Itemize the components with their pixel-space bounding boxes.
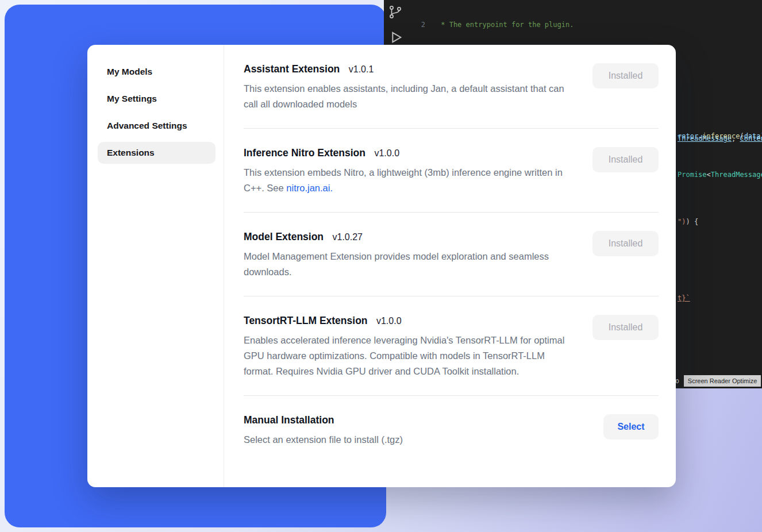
code-fragment: Promise<ThreadMessage> [678,170,762,179]
screen-reader-notice[interactable]: Screen Reader Optimize [684,375,761,387]
code-fragment: ")) { [678,217,698,226]
extension-heading: Model Extension v1.0.27 [244,231,574,243]
code-token: * The entrypoint for the plugin. [437,21,574,29]
nitro-jan-ai-link[interactable]: nitro.jan.ai. [286,183,333,193]
extension-heading: TensortRT-LLM Extension v1.0.0 [244,315,574,327]
extension-version: v1.0.1 [349,64,374,74]
code-token: ) { [686,218,698,226]
code-fragment: t}` [678,294,690,303]
extensions-panel: Assistant Extension v1.0.1 This extensio… [224,45,676,487]
sidebar-item-my-settings[interactable]: My Settings [98,88,215,110]
extension-row: TensortRT-LLM Extension v1.0.0 Enables a… [244,296,659,395]
extension-description: This extension enables assistants, inclu… [244,81,574,112]
extension-description: This extension embeds Nitro, a lightweig… [244,165,574,196]
code-token: inference [702,132,740,140]
editor-status-row: go Screen Reader Optimize [671,373,761,388]
run-debug-icon[interactable] [387,29,404,46]
code-token: Promise [678,171,707,179]
extension-info: Assistant Extension v1.0.1 This extensio… [244,63,574,112]
installed-button[interactable]: Installed [592,231,659,256]
extension-title: Inference Nitro Extension [244,147,365,159]
extension-title: Model Extension [244,231,324,242]
extension-row: Model Extension v1.0.27 Model Management… [244,213,659,296]
code-token: rator [678,132,698,140]
extension-heading: Assistant Extension v1.0.1 [244,63,574,75]
desktop: 2 * The entrypoint for the plugin. 3 */ … [0,0,762,532]
extension-version: v1.0.27 [333,232,363,242]
code-token: < [707,171,711,179]
code-text: * The entrypoint for the plugin. [437,20,574,30]
extension-version: v1.0.0 [376,316,402,326]
sidebar-item-my-models[interactable]: My Models [98,61,215,83]
installed-button[interactable]: Installed [592,63,659,88]
select-file-button[interactable]: Select [603,414,659,440]
code-token: t}` [678,294,690,302]
sidebar-item-extensions[interactable]: Extensions [98,142,215,164]
manual-installation-row: Manual Installation Select an extension … [244,396,659,464]
extension-info: Inference Nitro Extension v1.0.0 This ex… [244,147,574,196]
source-control-icon[interactable] [387,3,404,21]
extension-title: Assistant Extension [244,63,340,75]
manual-installation-title: Manual Installation [244,414,334,426]
settings-modal: My Models My Settings Advanced Settings … [87,45,676,487]
extension-info: Model Extension v1.0.27 Model Management… [244,231,574,280]
code-token: data [744,132,761,140]
extension-description: Model Management Extension provides mode… [244,249,574,280]
extension-row: Assistant Extension v1.0.1 This extensio… [244,45,659,128]
line-number: 2 [408,20,437,30]
code-fragment: rator.inference(data)); [678,132,762,141]
extension-info: TensortRT-LLM Extension v1.0.0 Enables a… [244,315,574,379]
extension-version: v1.0.0 [374,148,399,158]
code-token: ") [678,218,686,226]
installed-button[interactable]: Installed [592,315,659,340]
extension-heading: Manual Installation [244,414,403,426]
extension-description: Enables accelerated inference leveraging… [244,333,574,379]
installed-button[interactable]: Installed [592,147,659,172]
extension-info: Manual Installation Select an extension … [244,414,403,448]
extension-row: Inference Nitro Extension v1.0.0 This ex… [244,129,659,212]
code-line: 2 * The entrypoint for the plugin. [408,20,762,30]
manual-installation-description: Select an extension file to install (.tg… [244,432,403,448]
sidebar-item-advanced-settings[interactable]: Advanced Settings [98,115,215,137]
extension-title: TensortRT-LLM Extension [244,315,368,326]
extension-heading: Inference Nitro Extension v1.0.0 [244,147,574,159]
settings-sidebar: My Models My Settings Advanced Settings … [87,45,224,487]
code-token: ( [740,132,744,140]
code-token: ThreadMessage [711,171,762,179]
